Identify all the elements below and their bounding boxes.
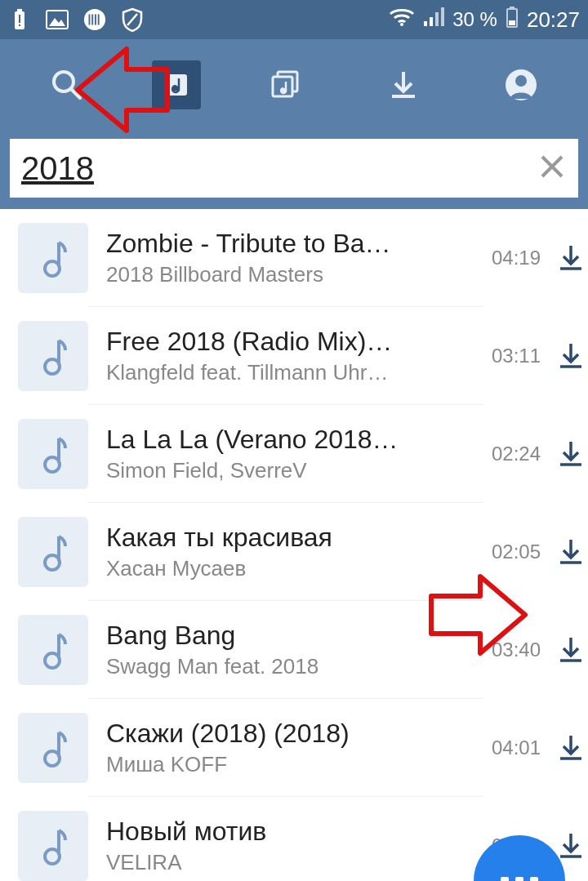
svg-rect-16 — [441, 7, 444, 26]
download-button[interactable] — [557, 538, 585, 566]
track-thumb — [18, 811, 88, 881]
svg-marker-54 — [78, 49, 167, 131]
svg-point-39 — [45, 457, 60, 472]
svg-rect-8 — [91, 14, 93, 24]
download-button[interactable] — [557, 440, 585, 468]
track-thumb — [18, 615, 88, 685]
annotation-arrow-left — [69, 41, 176, 142]
battery-alert-icon — [8, 8, 31, 31]
track-artist: Swagg Man feat. 2018 — [106, 654, 475, 679]
track-duration: 03:11 — [483, 345, 541, 367]
track-artist: VELIRA — [106, 850, 475, 875]
track-row[interactable]: Скажи (2018) (2018) Миша KOFF 04:01 — [0, 699, 588, 797]
track-artist: Simon Field, SverreV — [106, 458, 475, 483]
svg-rect-10 — [98, 14, 100, 24]
track-duration: 04:01 — [483, 736, 541, 759]
track-title: Новый мотив — [106, 816, 475, 847]
track-thumb — [18, 419, 88, 489]
track-duration: 02:24 — [483, 443, 541, 465]
track-artist: 2018 Billboard Masters — [106, 262, 475, 287]
clock-text: 20:27 — [527, 7, 580, 33]
annotation-arrow-right — [423, 570, 529, 663]
svg-line-11 — [127, 14, 137, 25]
svg-rect-14 — [430, 17, 433, 26]
svg-point-51 — [45, 849, 60, 864]
download-button[interactable] — [557, 244, 585, 272]
track-thumb — [18, 517, 88, 587]
track-thumb — [18, 321, 88, 391]
svg-point-12 — [400, 23, 403, 26]
svg-rect-3 — [19, 24, 20, 26]
svg-rect-19 — [509, 20, 515, 25]
track-artist: Klangfeld feat. Tillmann Uhr… — [106, 360, 475, 385]
track-title: Free 2018 (Radio Mix)… — [106, 327, 475, 357]
track-thumb — [18, 713, 88, 783]
track-row[interactable]: Zombie - Tribute to Ba… 2018 Billboard M… — [0, 209, 588, 307]
signal-icon — [423, 7, 444, 32]
svg-rect-18 — [510, 7, 514, 9]
track-title: Какая ты красивая — [106, 523, 475, 553]
svg-point-48 — [45, 751, 60, 766]
svg-rect-7 — [89, 14, 91, 24]
clear-search-button[interactable] — [537, 152, 567, 185]
track-title: Скажи (2018) (2018) — [106, 719, 475, 749]
barcode-icon — [83, 8, 106, 31]
track-artist: Хасан Мусаев — [106, 556, 475, 581]
battery-percent-text: 30 % — [452, 8, 497, 31]
track-duration: 04:19 — [483, 247, 541, 269]
track-title: La La La (Verano 2018… — [106, 425, 475, 455]
wifi-icon — [389, 7, 415, 32]
svg-point-26 — [281, 88, 286, 93]
track-thumb — [18, 223, 88, 293]
search-bar-container — [0, 131, 588, 209]
picture-icon — [46, 8, 69, 31]
more-icon — [501, 877, 538, 881]
svg-point-33 — [45, 261, 60, 276]
svg-rect-2 — [19, 15, 20, 23]
svg-rect-9 — [95, 14, 96, 24]
track-row[interactable]: La La La (Verano 2018… Simon Field, Sver… — [0, 405, 588, 503]
svg-marker-55 — [431, 576, 525, 653]
download-button[interactable] — [557, 734, 585, 762]
svg-rect-13 — [424, 21, 427, 26]
search-input[interactable] — [21, 150, 537, 187]
shield-icon — [121, 8, 144, 31]
library-tab[interactable] — [253, 52, 318, 118]
track-duration: 02:05 — [483, 541, 541, 563]
track-list: Zombie - Tribute to Ba… 2018 Billboard M… — [0, 209, 588, 881]
svg-point-45 — [45, 653, 60, 668]
profile-tab[interactable] — [488, 52, 554, 118]
battery-icon — [506, 6, 519, 33]
track-title: Zombie - Tribute to Ba… — [106, 229, 475, 259]
download-button[interactable] — [557, 342, 585, 370]
svg-point-30 — [515, 75, 527, 87]
svg-point-42 — [45, 555, 60, 570]
search-box — [10, 139, 578, 198]
track-artist: Миша KOFF — [106, 752, 475, 777]
svg-rect-1 — [17, 9, 22, 12]
track-title: Bang Bang — [106, 621, 475, 651]
svg-marker-5 — [49, 18, 65, 26]
svg-point-36 — [45, 359, 60, 374]
download-button[interactable] — [557, 832, 585, 860]
download-button[interactable] — [557, 636, 585, 664]
track-row[interactable]: Free 2018 (Radio Mix)… Klangfeld feat. T… — [0, 307, 588, 405]
downloads-tab[interactable] — [371, 52, 436, 118]
svg-rect-15 — [435, 12, 439, 26]
status-bar: 30 % 20:27 — [0, 0, 588, 39]
